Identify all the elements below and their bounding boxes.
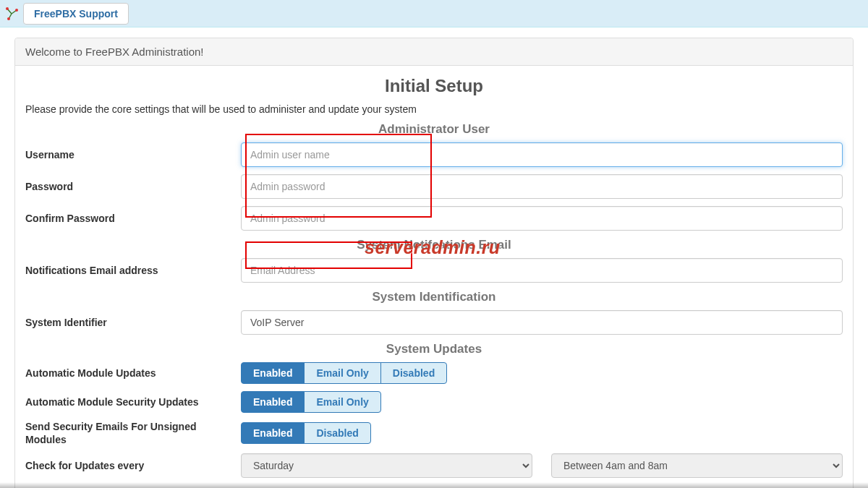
confirm-password-label: Confirm Password	[25, 213, 241, 224]
unsigned-emails-toggle: Enabled Disabled	[241, 422, 371, 444]
confirm-password-input[interactable]	[241, 206, 843, 231]
auto-module-updates-toggle: Enabled Email Only Disabled	[241, 362, 447, 384]
notifications-email-input[interactable]	[241, 258, 843, 283]
auto-module-emailonly-button[interactable]: Email Only	[304, 362, 380, 384]
system-identifier-input[interactable]	[241, 310, 843, 335]
section-system-identification: System Identification	[25, 290, 843, 304]
auto-module-enabled-button[interactable]: Enabled	[241, 362, 305, 384]
panel-heading: Welcome to FreePBX Administration!	[15, 38, 853, 66]
password-input[interactable]	[241, 174, 843, 199]
svg-point-0	[6, 7, 9, 10]
freepbx-logo-icon	[4, 7, 19, 21]
check-updates-time-select[interactable]: Between 4am and 8am	[551, 453, 843, 478]
notifications-email-label: Notifications Email address	[25, 265, 241, 276]
topbar: FreePBX Support	[0, 0, 868, 27]
instructions-text: Please provide the core settings that wi…	[25, 103, 843, 115]
username-label: Username	[25, 149, 241, 160]
auto-module-updates-label: Automatic Module Updates	[25, 367, 241, 379]
check-updates-day-select[interactable]: Saturday	[241, 453, 532, 478]
auto-security-enabled-button[interactable]: Enabled	[241, 391, 305, 413]
auto-security-emailonly-button[interactable]: Email Only	[304, 391, 380, 413]
bottom-shadow	[0, 482, 868, 488]
svg-point-1	[15, 9, 18, 12]
system-identifier-label: System Identifier	[25, 317, 241, 328]
unsigned-emails-enabled-button[interactable]: Enabled	[241, 422, 305, 444]
section-system-updates: System Updates	[25, 342, 843, 356]
password-label: Password	[25, 181, 241, 192]
unsigned-emails-disabled-button[interactable]: Disabled	[304, 422, 370, 444]
username-input[interactable]	[241, 142, 843, 167]
unsigned-emails-label: Send Security Emails For Unsigned Module…	[25, 420, 241, 446]
page-title: Initial Setup	[25, 76, 843, 96]
section-notifications-email: System Notifcations Email	[25, 238, 843, 252]
freepbx-support-button[interactable]: FreePBX Support	[23, 3, 129, 25]
section-administrator-user: Administrator User	[25, 122, 843, 137]
main-panel: Welcome to FreePBX Administration! Initi…	[14, 38, 854, 488]
svg-point-2	[7, 17, 10, 20]
auto-security-updates-toggle: Enabled Email Only	[241, 391, 381, 413]
check-updates-label: Check for Updates every	[25, 460, 241, 471]
auto-module-disabled-button[interactable]: Disabled	[380, 362, 447, 384]
auto-security-updates-label: Automatic Module Security Updates	[25, 396, 241, 408]
